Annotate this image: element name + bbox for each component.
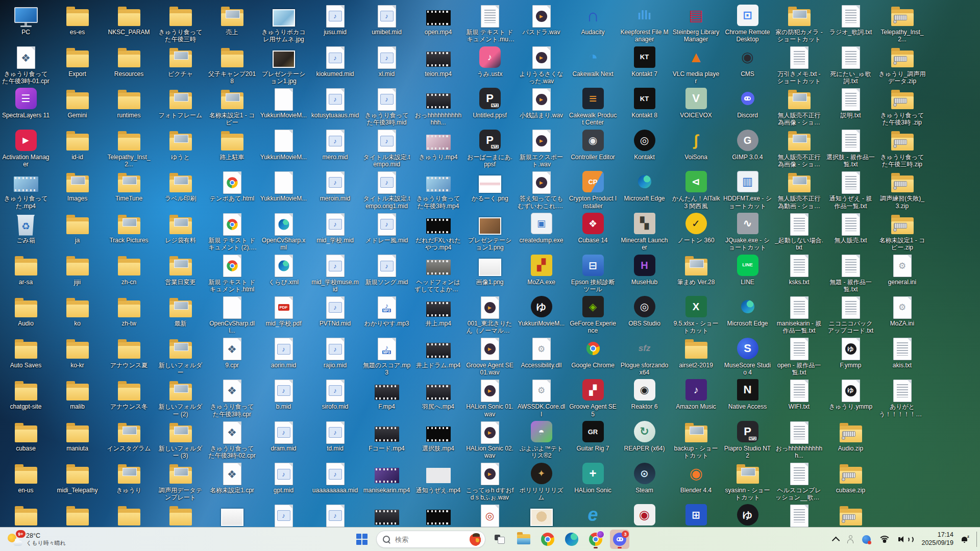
- desktop-icon[interactable]: ゆYukkuriMovieM...: [517, 294, 566, 327]
- desktop-icon[interactable]: ▶こってゅh dすおf d s bふぉ.wav: [465, 461, 514, 501]
- desktop-icon[interactable]: きゅうりボカコレ用サムネ.jpg: [259, 3, 308, 43]
- desktop-icon[interactable]: [414, 502, 462, 528]
- desktop-icon[interactable]: ⊲かんたん！AITalk 3 関西風: [672, 169, 720, 209]
- desktop-icon[interactable]: ▶パスドラ.wav: [517, 3, 566, 36]
- desktop-icon[interactable]: ♪メドレー風.mid: [362, 211, 411, 244]
- tray-app-button[interactable]: [861, 531, 872, 548]
- desktop-icon[interactable]: 名称未設定1 - コピー.zip: [878, 211, 926, 251]
- desktop-icon[interactable]: 無人販売不正行為画像 - ショートカッ...: [775, 86, 823, 126]
- desktop-icon[interactable]: ◉Reaktor 6: [620, 377, 669, 410]
- desktop-icon[interactable]: zh-tw: [105, 294, 153, 327]
- desktop-icon[interactable]: _起動しない場合.txt: [775, 211, 823, 251]
- desktop-icon[interactable]: ⊡Chrome Remote Desktop: [723, 3, 772, 43]
- desktop-icon[interactable]: [826, 502, 875, 528]
- desktop-icon[interactable]: 新規 テキスト ドキュメント (2).html: [208, 211, 256, 251]
- desktop-icon[interactable]: ♻ごみ箱: [2, 211, 50, 244]
- desktop-icon[interactable]: ♪mid_学校muse.mid: [311, 253, 359, 293]
- desktop-icon[interactable]: Microsoft Edge: [723, 294, 772, 327]
- desktop-icon[interactable]: 通知うぜえ.mp4: [414, 461, 462, 494]
- taskbar-explorer-button[interactable]: [514, 530, 533, 549]
- desktop-icon[interactable]: syasinn - ショートカット: [723, 461, 772, 501]
- desktop-icon[interactable]: 新規 テキスト ドキュメント.html: [208, 253, 256, 293]
- desktop-icon[interactable]: おっhhhhhhhhhhhhh...: [414, 86, 462, 126]
- desktop-icon[interactable]: Microsoft Edge: [620, 169, 669, 202]
- desktop-icon[interactable]: ♪MP3わかりやす.mp3: [362, 294, 411, 327]
- desktop-icon[interactable]: ヘルスコンプレッション__歌詞.txt: [775, 461, 823, 501]
- desktop-icon[interactable]: ♪きゅうり食ってた午後3時.mid: [362, 86, 411, 126]
- desktop-icon[interactable]: ♪kotusytuaaus.mid: [311, 86, 359, 119]
- taskbar-edge-button[interactable]: [562, 530, 581, 549]
- desktop-icon[interactable]: ◉CMS: [723, 44, 772, 78]
- desktop-icon[interactable]: NNative Access: [723, 377, 772, 410]
- desktop-icon[interactable]: 売上: [208, 3, 256, 36]
- desktop-icon[interactable]: ja: [53, 211, 102, 244]
- desktop-icon[interactable]: LINELINE: [723, 253, 772, 286]
- desktop-icon[interactable]: ♪MP3無題のスコア.mp3: [362, 336, 411, 376]
- desktop-icon[interactable]: YukkuriMovieM...: [259, 86, 308, 119]
- notification-bell-button[interactable]: z: [960, 531, 969, 548]
- desktop-icon[interactable]: malib: [53, 377, 102, 410]
- desktop-icon[interactable]: midi_Telepathy: [53, 461, 102, 494]
- taskbar-chrome-button[interactable]: [538, 530, 557, 549]
- desktop-icon[interactable]: ▶小銭詰まり.wav: [517, 86, 566, 119]
- desktop-icon[interactable]: ゆF.ymmp: [826, 336, 875, 369]
- desktop-icon[interactable]: ▶よりうるさくなった.wav: [517, 44, 566, 85]
- desktop-icon[interactable]: open.mp4: [414, 3, 462, 36]
- desktop-icon[interactable]: きゅうり食ってた午後三時.zip: [878, 128, 926, 168]
- desktop-icon[interactable]: Discord: [723, 86, 772, 119]
- desktop-icon[interactable]: ↻REAPER (x64): [620, 419, 669, 452]
- desktop-icon[interactable]: backup - ショートカット: [672, 419, 720, 459]
- desktop-icon[interactable]: ◉: [620, 502, 669, 528]
- desktop-icon[interactable]: ▣createdump.exe: [517, 211, 566, 244]
- desktop-icon[interactable]: フォトフレーム: [156, 86, 205, 119]
- desktop-icon[interactable]: [775, 502, 823, 528]
- taskbar-search-box[interactable]: [376, 531, 485, 548]
- desktop-icon[interactable]: Images: [53, 169, 102, 202]
- desktop-icon[interactable]: プレゼンテーション1.png: [465, 211, 514, 251]
- desktop-icon[interactable]: ♪タイトル未設定.tempo.orig1.mid: [362, 169, 411, 209]
- desktop-icon[interactable]: ⊟Epson 接続診断ツール: [569, 253, 617, 293]
- desktop-icon[interactable]: NKSC_PARAM: [105, 3, 153, 36]
- desktop-icon[interactable]: KTKontakt 8: [620, 86, 669, 119]
- desktop-icon[interactable]: ▶Groove Agent SE 01.wav: [465, 336, 514, 376]
- desktop-icon[interactable]: ⊙Steam: [620, 461, 669, 494]
- desktop-icon[interactable]: zh-cn: [105, 253, 153, 286]
- desktop-icon[interactable]: ◓ぷよぷよ™テトリス®2: [517, 419, 566, 459]
- desktop-icon[interactable]: ❖Cubase 14: [569, 211, 617, 244]
- desktop-icon[interactable]: teion.mp4: [414, 44, 462, 78]
- desktop-icon[interactable]: ♪aorin.mid: [259, 336, 308, 369]
- desktop-icon[interactable]: ⚙MoZA.ini: [878, 294, 926, 327]
- tray-overflow-chevron-button[interactable]: [831, 531, 839, 548]
- desktop-icon[interactable]: YukkuriMovieM...: [259, 128, 308, 161]
- desktop-icon[interactable]: ♪PVTNd.mid: [311, 294, 359, 327]
- widgets-weather-button[interactable]: 9+ 28°C くもり時々晴れ: [4, 529, 69, 549]
- desktop-icon[interactable]: [362, 502, 411, 528]
- desktop-icon[interactable]: 父子キャンプ2018: [208, 44, 256, 85]
- desktop-icon[interactable]: id-id: [53, 128, 102, 161]
- desktop-icon[interactable]: ♪タイトル未設定.tempo.mid: [362, 128, 411, 168]
- desktop-icon[interactable]: WIFI.txt: [775, 377, 823, 410]
- search-input[interactable]: [394, 535, 465, 544]
- desktop-icon[interactable]: 路上駐車: [208, 128, 256, 161]
- desktop-icon[interactable]: きゅうり食ってた午後3時.mp4: [414, 169, 462, 209]
- desktop-icon[interactable]: ♪kiokumed.mid: [311, 44, 359, 78]
- desktop-icon[interactable]: Audio: [2, 294, 50, 327]
- desktop-icon[interactable]: ❖きゅうり食ってた午後3時-01.cpr: [2, 44, 50, 85]
- desktop-icon[interactable]: ✓ノートン 360: [672, 211, 720, 244]
- desktop-icon[interactable]: 筆まめ Ver.28: [672, 253, 720, 286]
- desktop-icon[interactable]: [53, 502, 102, 528]
- desktop-icon[interactable]: ∩Audacity: [569, 3, 617, 36]
- desktop-icon[interactable]: ♪Amazon Music: [672, 377, 720, 410]
- desktop-icon[interactable]: cubase.zip: [826, 461, 875, 494]
- desktop-icon[interactable]: 最新: [156, 294, 205, 327]
- desktop-icon[interactable]: sfzPlogue sforzando x64: [620, 336, 669, 376]
- desktop-icon[interactable]: 営業日変更: [156, 253, 205, 286]
- desktop-icon[interactable]: ▶HALion Sonic 02.wav: [465, 419, 514, 459]
- desktop-icon[interactable]: 名称未設定1 - コピー: [208, 86, 256, 126]
- desktop-icon[interactable]: ♪: [259, 502, 308, 528]
- desktop-icon[interactable]: ▞Groove Agent SE 5: [569, 377, 617, 417]
- desktop-icon[interactable]: ko-kr: [53, 336, 102, 369]
- desktop-icon[interactable]: Google Chrome: [569, 336, 617, 369]
- desktop-icon[interactable]: 通知うぜえ - 親作品一覧.txt: [826, 169, 875, 209]
- desktop-icon[interactable]: Telepathy_Inst_2...: [105, 128, 153, 168]
